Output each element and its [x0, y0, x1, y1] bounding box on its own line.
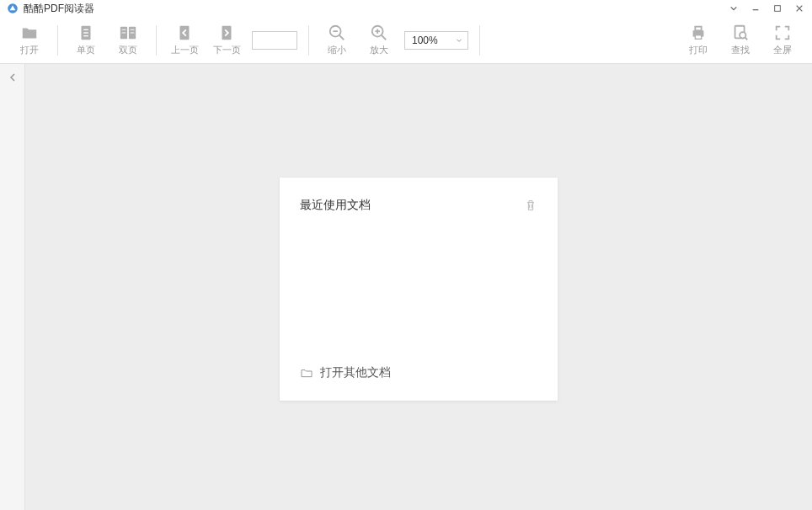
- svg-rect-14: [222, 26, 232, 40]
- double-page-label: 双页: [119, 44, 137, 56]
- zoom-out-label: 缩小: [328, 44, 346, 56]
- fullscreen-label: 全屏: [773, 44, 792, 56]
- toolbar-divider: [57, 25, 58, 56]
- zoom-value: 100%: [412, 35, 438, 46]
- svg-point-26: [740, 32, 745, 38]
- prev-page-icon: [175, 24, 194, 42]
- open-label: 打开: [20, 44, 39, 56]
- single-page-label: 单页: [77, 44, 95, 56]
- find-icon: [731, 24, 750, 42]
- double-page-button[interactable]: 双页: [107, 19, 149, 61]
- svg-rect-23: [695, 27, 701, 31]
- print-label: 打印: [689, 44, 708, 56]
- print-button[interactable]: 打印: [677, 19, 719, 61]
- app-title: 酷酷PDF阅读器: [24, 2, 94, 16]
- folder-open-icon: [20, 24, 39, 42]
- zoom-in-button[interactable]: 放大: [358, 19, 400, 61]
- fullscreen-icon: [773, 24, 792, 42]
- double-page-icon: [119, 24, 137, 42]
- toolbar-divider: [156, 25, 157, 56]
- zoom-select[interactable]: 100%: [404, 31, 468, 50]
- card-header: 最近使用文档: [300, 198, 537, 213]
- sidebar-collapse-button[interactable]: [4, 69, 21, 86]
- next-page-label: 下一页: [213, 44, 241, 56]
- print-icon: [689, 24, 708, 42]
- recent-title: 最近使用文档: [300, 198, 371, 213]
- minimize-icon[interactable]: [750, 3, 761, 14]
- open-other-button[interactable]: 打开其他文档: [300, 365, 537, 380]
- next-page-icon: [217, 24, 236, 42]
- sidebar: [0, 64, 25, 510]
- prev-page-button[interactable]: 上一页: [163, 19, 206, 61]
- clear-recent-button[interactable]: [524, 199, 537, 212]
- svg-line-19: [382, 35, 387, 40]
- svg-rect-2: [775, 6, 781, 12]
- zoom-out-icon: [328, 24, 346, 42]
- svg-line-27: [745, 38, 748, 40]
- open-button[interactable]: 打开: [8, 19, 51, 61]
- main-area: 最近使用文档 打开其他文档: [0, 64, 812, 510]
- zoom-out-button[interactable]: 缩小: [316, 19, 358, 61]
- svg-rect-13: [180, 26, 190, 40]
- title-bar: 酷酷PDF阅读器: [0, 0, 812, 17]
- find-label: 查找: [731, 44, 750, 56]
- single-page-icon: [77, 24, 95, 42]
- app-icon: [7, 3, 19, 14]
- title-left: 酷酷PDF阅读器: [7, 2, 94, 16]
- zoom-in-label: 放大: [370, 44, 388, 56]
- zoom-in-icon: [370, 24, 388, 42]
- find-button[interactable]: 查找: [719, 19, 761, 61]
- toolbar-divider: [479, 25, 480, 56]
- fullscreen-button[interactable]: 全屏: [761, 19, 804, 61]
- chevron-down-icon: [456, 37, 462, 44]
- recent-documents-card: 最近使用文档 打开其他文档: [280, 178, 558, 401]
- recent-list-empty: [300, 213, 537, 365]
- svg-rect-24: [695, 35, 701, 40]
- open-other-label: 打开其他文档: [320, 365, 391, 380]
- dropdown-icon[interactable]: [728, 3, 740, 14]
- page-number-input[interactable]: [252, 31, 297, 50]
- maximize-icon[interactable]: [772, 3, 783, 14]
- close-icon[interactable]: [793, 3, 805, 14]
- single-page-button[interactable]: 单页: [65, 19, 107, 61]
- next-page-button[interactable]: 下一页: [206, 19, 248, 61]
- toolbar: 打开 单页 双页 上一页 下一页 缩小 放大: [0, 17, 812, 64]
- toolbar-divider: [308, 25, 309, 56]
- svg-line-16: [339, 35, 345, 40]
- content-area: 最近使用文档 打开其他文档: [25, 64, 812, 510]
- prev-page-label: 上一页: [171, 44, 199, 56]
- folder-icon: [300, 366, 313, 380]
- window-controls: [728, 3, 805, 14]
